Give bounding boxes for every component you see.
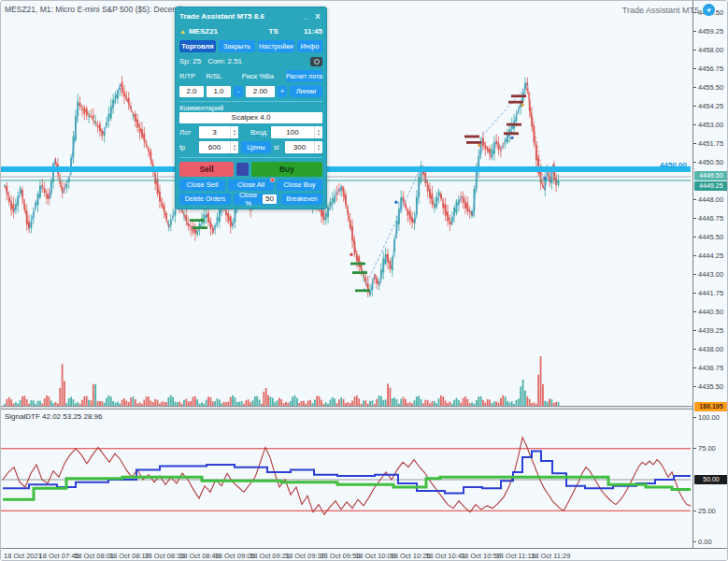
time-tick-label: 18 Oct 08:17	[109, 552, 150, 560]
buy-order-marker	[193, 226, 207, 229]
close-buy-button[interactable]: Close Buy	[277, 180, 322, 191]
trade-dot-marker	[394, 201, 397, 204]
comment-label: Комментарий	[179, 104, 322, 112]
panel-header[interactable]: Trade Assistant MT5 8.6 _ X	[179, 10, 322, 22]
alert-dot-icon	[270, 178, 275, 182]
direction-up-icon: ▲	[179, 28, 186, 35]
sl-label: sl	[274, 143, 282, 151]
sell-order-marker	[511, 94, 526, 97]
tab-close[interactable]: Закрыть	[219, 40, 255, 52]
time-tick-label: 18 Oct 08:01	[74, 552, 114, 560]
time-tick-label: 18 Oct 11:13	[495, 552, 535, 560]
bottom-buttons-row: Delete Orders Close % 50 Breakeven	[179, 194, 322, 205]
price-tick-label: 4436.75	[693, 364, 723, 372]
comment-input[interactable]: Scalpex 4.0	[179, 112, 322, 123]
trade-dot-marker	[510, 137, 513, 139]
time-tick-label: 18 Oct 07:45	[39, 552, 79, 560]
risk-plus-button[interactable]: +	[278, 86, 287, 97]
delete-orders-button[interactable]: Delete Orders	[179, 194, 231, 205]
signaldtf-indicator-chart[interactable]	[1, 410, 691, 548]
price-tick-label: 4439.25	[693, 326, 723, 335]
time-tick-label: 18 Oct 10:57	[461, 552, 501, 560]
lot-calc-button[interactable]: Расчет лота	[286, 70, 322, 82]
price-tick-label: 4458.00	[693, 46, 723, 54]
price-tick-label: 4446.75	[693, 214, 723, 223]
buy-order-marker	[352, 271, 367, 274]
trade-dot-marker	[478, 144, 480, 147]
panel-title: Trade Assistant MT5 8.6	[179, 12, 298, 21]
lot-row: Лот 3▲▼ Вход: 100▲▼	[179, 126, 322, 138]
time-tick-label: 18 Oct 08:49	[179, 552, 220, 560]
time-tick-label: 18 Oct 09:05	[215, 552, 255, 560]
lines-button[interactable]: Линии	[290, 85, 322, 97]
risk-minus-button[interactable]: -	[234, 86, 243, 97]
rtp-input[interactable]: 2.0	[179, 86, 204, 97]
symbol-row: ▲ MESZ21 TS 11:45	[179, 25, 322, 37]
minimize-button[interactable]: _	[301, 12, 310, 21]
price-tick-label: 4450.50	[693, 158, 723, 166]
time-tick-label: 18 Oct 11:29	[531, 552, 570, 560]
rtp-label: R/TP	[179, 72, 203, 80]
camera-icon[interactable]	[310, 57, 322, 66]
indicator-level-badge: 50.00	[694, 475, 728, 484]
price-tick-label: 4453.00	[693, 121, 723, 129]
close-all-button[interactable]: Close All	[228, 180, 274, 191]
rsl-label: R/SL	[206, 72, 229, 80]
buy-button[interactable]: Buy	[251, 162, 322, 177]
indicator-tick-label: 0.00	[693, 538, 712, 546]
sell-button[interactable]: Sell	[179, 162, 234, 177]
lot-spin-arrows[interactable]: ▲▼	[230, 126, 238, 138]
tab-settings[interactable]: Настройки	[258, 40, 294, 52]
close-sell-button[interactable]: Close Sell	[179, 180, 225, 191]
prices-button[interactable]: Цены	[241, 141, 271, 153]
middle-square-button[interactable]	[236, 163, 249, 176]
main-price-chart[interactable]	[1, 1, 691, 406]
time-axis[interactable]: 18 Oct 202118 Oct 07:4518 Oct 08:0118 Oc…	[1, 548, 728, 561]
sl-spin-arrows[interactable]: ▲▼	[314, 141, 322, 153]
risk-input[interactable]: 2.00	[246, 86, 275, 97]
window-separator[interactable]	[1, 406, 728, 410]
volume-value-badge: 180.195	[694, 402, 728, 411]
tp-spin-arrows[interactable]: ▲▼	[230, 141, 238, 153]
sell-order-marker	[464, 136, 479, 138]
watermark: Trade Assistant MT5 ➤	[622, 4, 715, 16]
sell-order-marker	[508, 101, 523, 104]
tp-sl-row: tp 600▲▼ Цены sl 300▲▼	[179, 141, 322, 153]
entry-stepper[interactable]: 100▲▼	[271, 126, 322, 138]
mode-label: TS	[246, 27, 301, 36]
tab-trade[interactable]: Торговля	[179, 40, 216, 52]
buy-order-marker	[190, 219, 205, 222]
indicator-tick-label: 25.00	[693, 507, 716, 515]
time-tick-label: 18 Oct 10:25	[391, 552, 431, 560]
entry-spin-arrows[interactable]: ▲▼	[314, 126, 322, 138]
time-tick-label: 18 Oct 2021	[4, 552, 42, 560]
risk-label: Риск %Ва	[233, 72, 283, 80]
close-percent-input[interactable]: 50	[263, 194, 277, 204]
price-tick-label: 4441.75	[693, 289, 723, 297]
lot-stepper[interactable]: 3▲▼	[199, 126, 238, 138]
price-tick-label: 4435.50	[693, 382, 723, 391]
price-tick-label: 4443.00	[693, 270, 723, 279]
price-tick-label: 4459.25	[693, 27, 723, 36]
rsl-input[interactable]: 1.0	[207, 86, 231, 97]
horizontal-level-line	[1, 166, 691, 172]
bid-price-badge: 4449.25	[694, 181, 728, 191]
close-percent-control[interactable]: Close % 50	[234, 194, 278, 205]
breakeven-button[interactable]: Breakeven	[281, 194, 322, 205]
trade-assistant-panel: Trade Assistant MT5 8.6 _ X ▲ MESZ21 TS …	[175, 7, 327, 209]
risk-inputs-row: 2.0 1.0 - 2.00 + Линии	[179, 85, 322, 97]
time-tick-label: 18 Oct 09:21	[250, 552, 290, 560]
indicator-tick-label: 100.00	[693, 413, 720, 422]
price-tick-label: 4455.50	[693, 83, 723, 92]
tabs-row: Торговля Закрыть Настройки Инфо	[179, 40, 322, 52]
volume-bars	[4, 356, 559, 406]
tab-info[interactable]: Инфо	[297, 40, 322, 52]
panel-time: 11:45	[304, 27, 322, 36]
price-axis[interactable]: 4449.50 4449.25 180.195 50.00 4460.50445…	[692, 1, 728, 548]
hline-price-label: 4450.00	[660, 161, 687, 169]
tp-stepper[interactable]: 600▲▼	[199, 141, 238, 153]
telegram-icon[interactable]: ➤	[700, 1, 717, 18]
sl-stepper[interactable]: 300▲▼	[285, 141, 322, 153]
price-tick-label: 4445.50	[693, 233, 723, 241]
close-button[interactable]: X	[313, 12, 322, 21]
